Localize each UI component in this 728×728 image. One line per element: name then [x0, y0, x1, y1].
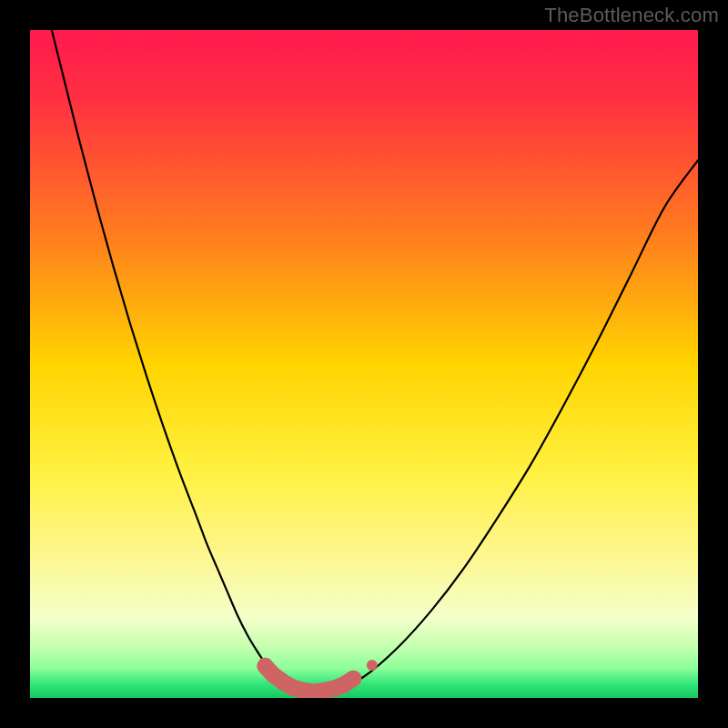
marker-dot: [367, 660, 378, 671]
plot-area: [30, 30, 698, 698]
plot-svg: [30, 30, 698, 698]
chart-stage: TheBottleneck.com: [0, 0, 728, 728]
marker-dot: [345, 671, 361, 687]
watermark-text: TheBottleneck.com: [544, 4, 719, 27]
gradient-background: [30, 30, 698, 698]
